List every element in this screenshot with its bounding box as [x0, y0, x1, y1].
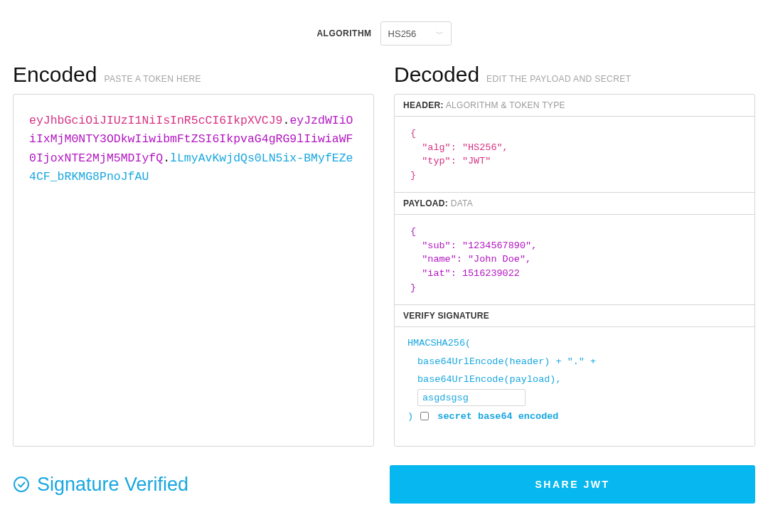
decoded-column: Decoded EDIT THE PAYLOAD AND SECRET HEAD… — [394, 63, 755, 447]
signature-close-paren: ) — [407, 411, 413, 422]
chevron-down-icon: ﹀ — [436, 28, 444, 39]
check-circle-icon — [13, 476, 30, 493]
encoded-title: Encoded — [13, 63, 97, 87]
algorithm-label: ALGORITHM — [316, 28, 371, 38]
signature-status-text: Signature Verified — [37, 474, 188, 496]
signature-box-body: HMACSHA256( base64UrlEncode(header) + ".… — [395, 327, 754, 435]
token-dot: . — [163, 151, 170, 165]
signature-status: Signature Verified — [13, 474, 370, 496]
encoded-column: Encoded PASTE A TOKEN HERE eyJhbGciOiJIU… — [13, 63, 374, 447]
secret-input[interactable] — [417, 389, 526, 406]
algorithm-row: ALGORITHM HS256 ﹀ — [13, 0, 755, 63]
decoded-title: Decoded — [394, 63, 479, 87]
svg-point-0 — [14, 477, 28, 491]
payload-box-title-strong: PAYLOAD: — [403, 198, 448, 208]
algorithm-select[interactable]: HS256 ﹀ — [380, 21, 452, 46]
payload-json-editor[interactable]: { "sub": "1234567890", "name": "John Doe… — [395, 215, 754, 305]
decoded-subtitle: EDIT THE PAYLOAD AND SECRET — [486, 74, 631, 84]
decoded-heading: Decoded EDIT THE PAYLOAD AND SECRET — [394, 63, 755, 94]
signature-line-2: base64UrlEncode(payload), — [407, 371, 562, 389]
encoded-token-input[interactable]: eyJhbGciOiJIUzI1NiIsInR5cCI6IkpXVCJ9.eyJ… — [13, 94, 374, 447]
secret-base64-label: secret base64 encoded — [437, 411, 558, 422]
header-json-editor[interactable]: { "alg": "HS256", "typ": "JWT" } — [395, 117, 754, 193]
header-box-title-strong: HEADER: — [403, 100, 444, 110]
encoded-heading: Encoded PASTE A TOKEN HERE — [13, 63, 374, 94]
algorithm-selected-value: HS256 — [388, 28, 417, 39]
signature-line-1: base64UrlEncode(header) + "." + — [407, 353, 596, 371]
token-header-segment: eyJhbGciOiJIUzI1NiIsInR5cCI6IkpXVCJ9 — [29, 114, 282, 127]
share-jwt-button[interactable]: SHARE JWT — [390, 465, 755, 504]
payload-box-title-dim: DATA — [451, 198, 473, 208]
token-dot: . — [282, 114, 289, 127]
signature-box-title-label: VERIFY SIGNATURE — [403, 311, 489, 321]
signature-fn-open: HMACSHA256( — [407, 334, 742, 353]
payload-box-title: PAYLOAD: DATA — [395, 193, 754, 215]
encoded-subtitle: PASTE A TOKEN HERE — [104, 74, 201, 84]
header-box-title-dim: ALGORITHM & TOKEN TYPE — [446, 100, 565, 110]
header-box-title: HEADER: ALGORITHM & TOKEN TYPE — [395, 95, 754, 117]
signature-box-title: VERIFY SIGNATURE — [395, 305, 754, 327]
secret-base64-checkbox[interactable] — [420, 412, 429, 420]
